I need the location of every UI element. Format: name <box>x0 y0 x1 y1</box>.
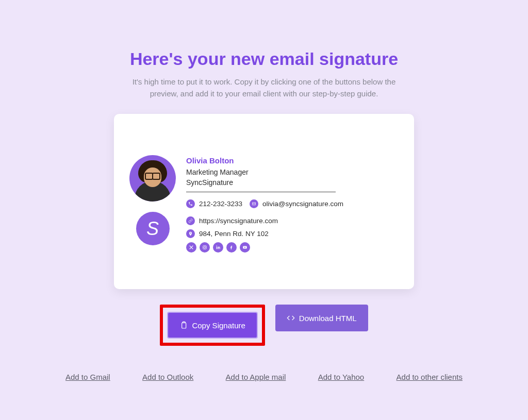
address-value: 984, Penn Rd. NY 102 <box>199 230 269 238</box>
signature-job-title: Marketing Manager <box>186 168 399 176</box>
email-icon <box>250 199 258 208</box>
signature-preview-card: S Olivia Bolton Marketing Manager SyncSi… <box>114 114 414 289</box>
signature-company: SyncSignature <box>186 178 399 187</box>
svg-rect-6 <box>182 323 186 328</box>
phone-icon <box>186 199 195 208</box>
instagram-icon[interactable] <box>200 242 210 253</box>
location-icon <box>186 229 195 238</box>
add-to-apple-mail-link[interactable]: Add to Apple mail <box>226 373 286 381</box>
download-html-button[interactable]: Download HTML <box>275 305 368 331</box>
divider <box>186 192 336 192</box>
code-icon <box>287 314 295 322</box>
clipboard-icon <box>179 321 188 329</box>
page-subtitle: It's high time to put it to work. Copy i… <box>125 76 403 99</box>
svg-point-4 <box>217 246 218 247</box>
svg-point-1 <box>204 246 205 248</box>
add-to-yahoo-link[interactable]: Add to Yahoo <box>318 373 365 381</box>
svg-point-2 <box>206 246 206 247</box>
add-to-gmail-link[interactable]: Add to Gmail <box>65 373 110 381</box>
logo-mark: S <box>146 218 159 240</box>
add-to-other-clients-link[interactable]: Add to other clients <box>397 373 463 381</box>
svg-rect-3 <box>217 247 217 249</box>
copy-signature-button[interactable]: Copy Signature <box>167 312 257 339</box>
website-value: https://syncsignature.com <box>199 217 278 225</box>
linkedin-icon[interactable] <box>213 242 223 253</box>
download-button-label: Download HTML <box>299 314 357 323</box>
phone-value: 212-232-3233 <box>199 200 242 208</box>
highlight-annotation: Copy Signature <box>160 305 265 346</box>
email-value: olivia@syncsignature.com <box>262 200 343 208</box>
add-to-outlook-link[interactable]: Add to Outlook <box>142 373 193 381</box>
client-links-row: Add to Gmail Add to Outlook Add to Apple… <box>60 373 468 381</box>
copy-button-label: Copy Signature <box>192 321 245 330</box>
avatar <box>129 155 176 201</box>
link-icon <box>186 216 195 225</box>
youtube-icon[interactable] <box>240 242 250 253</box>
facebook-icon[interactable] <box>226 242 237 253</box>
page-title: Here's your new email signature <box>0 49 528 69</box>
signature-name: Olivia Bolton <box>186 156 399 165</box>
x-icon[interactable] <box>186 242 196 253</box>
company-logo: S <box>136 212 170 245</box>
